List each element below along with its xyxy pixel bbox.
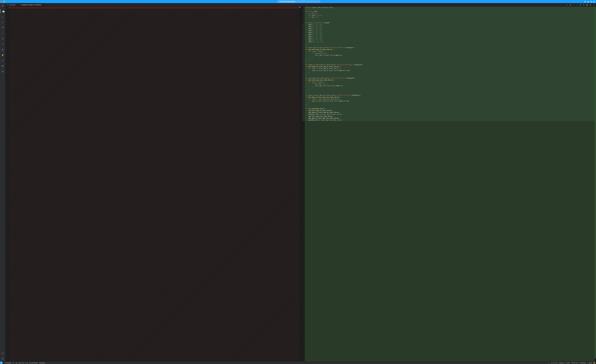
line-number: 50+ <box>301 100 304 102</box>
code-line: val users_age_less_than_thirty: MutableL… <box>305 77 595 79</box>
line-number: 7+ <box>301 18 304 20</box>
split-icon[interactable]: ◫ <box>589 4 591 6</box>
run-debug-icon[interactable]: ▷ <box>1 21 4 24</box>
liveshare-label: Live Share <box>31 362 37 364</box>
left-code[interactable] <box>9 7 299 361</box>
panel-bottom-icon[interactable]: ⬓ <box>587 1 589 2</box>
prettier-icon: ◇ <box>548 362 549 364</box>
line-number: 24+ <box>301 51 304 52</box>
problems-indicator[interactable]: ⊘0 ⚠0 <box>19 362 24 364</box>
whitespace-icon[interactable]: ¶ <box>583 4 585 6</box>
project-icon[interactable]: ⎙ <box>1 59 4 62</box>
python-icon[interactable]: ⊞ <box>1 48 4 51</box>
error-icon: ⊘ <box>19 362 20 364</box>
code-line: } <box>305 58 595 60</box>
line-number: 30+ <box>301 62 304 64</box>
nav-back-button[interactable]: ← <box>271 0 274 3</box>
git-branch-icon: ⎇ <box>4 362 6 364</box>
minimize-window-button[interactable] <box>3 1 5 2</box>
line-number: 10+ <box>301 24 304 26</box>
extensions-icon[interactable]: ⊞ <box>1 70 4 73</box>
line-number: 36+ <box>301 74 304 75</box>
remote-indicator[interactable]: ⇲ <box>0 362 2 364</box>
tab-git-graph[interactable]: ⎇ Git Graph <box>5 3 17 7</box>
spell-button[interactable]: ✓Spell <box>587 362 592 364</box>
run-icon[interactable]: ▷ <box>566 4 568 6</box>
source-control-icon[interactable]: ⎇ 67 <box>1 9 4 13</box>
explorer-icon[interactable]: 🗎 <box>1 4 4 7</box>
arrow-up-icon[interactable]: ↑ <box>573 4 575 6</box>
code-line: val users_age_at_least_thirty: MutableLi… <box>305 47 595 49</box>
inline-view-icon[interactable]: ▤ <box>586 4 588 6</box>
panel-left-icon[interactable]: ◧ <box>584 1 586 2</box>
branch-name: develop* <box>6 362 11 364</box>
ports-indicator[interactable]: ⚷0 <box>25 362 28 364</box>
arrow-down-icon[interactable]: ↓ <box>576 4 578 6</box>
right-scrollbar[interactable] <box>595 7 596 361</box>
ports-count: 0 <box>27 362 28 364</box>
line-number: 16+ <box>301 35 304 37</box>
editor-area: ⎇ Git Graph K example.kt (Added in 2a2e5… <box>5 3 596 361</box>
line-number: 44+ <box>301 89 304 91</box>
nav-forward-button[interactable]: → <box>274 0 276 3</box>
scm-badge: 67 <box>3 11 5 12</box>
close-window-button[interactable] <box>1 1 2 2</box>
code-line: get_users_age_less_than_thirty() <box>305 115 595 117</box>
swap-icon[interactable]: ⇅ <box>579 4 581 6</box>
close-icon[interactable]: × <box>42 4 43 6</box>
timeline-icon[interactable]: ◷ <box>1 37 4 40</box>
zoom-window-button[interactable] <box>6 1 7 2</box>
prettier-indicator[interactable]: ◇ <box>548 362 549 364</box>
language-label: Kotlin <box>566 362 570 364</box>
line-number: 33+ <box>301 68 304 70</box>
thunder-icon[interactable]: ⚡ <box>1 53 4 57</box>
golive-label: Go Live <box>573 362 578 364</box>
panel-right-icon[interactable]: ◨ <box>590 1 592 2</box>
code-line: get_names_of_users_age_at_least_thirty() <box>305 111 595 113</box>
cloud-button[interactable]: ☁ <box>16 362 17 364</box>
cursor-position[interactable]: Ln 1, Col 1 <box>551 362 557 364</box>
nav-history: ← → <box>271 0 276 3</box>
tab-example-kt[interactable]: K example.kt (Added in 2a2e532f) × <box>17 3 45 7</box>
left-scrollbar[interactable] <box>299 7 301 361</box>
layout-customize-icon[interactable]: ▦ <box>593 1 595 2</box>
branch-indicator[interactable]: ⎇develop* <box>4 362 11 364</box>
command-center[interactable]: ⌕ functional-programming <box>277 0 320 3</box>
line-number: 40+ <box>301 81 304 83</box>
quokka-label: Quokka <box>581 362 586 364</box>
text-caret <box>9 7 10 8</box>
remote-icon[interactable]: ◌ <box>1 31 4 35</box>
test-icon[interactable]: ⚗ <box>1 26 4 29</box>
docker-icon[interactable]: ◓ <box>1 64 4 68</box>
sync-button[interactable]: ⟳ <box>13 362 14 364</box>
code-line: } <box>305 87 595 89</box>
notifications-button[interactable]: 🔔 <box>593 362 595 364</box>
more-icon[interactable]: ⋯ <box>593 4 595 6</box>
share-icon[interactable]: ↗ <box>1 42 4 46</box>
code-line: User(8, "MP", 44), <box>305 37 595 39</box>
activity-bar: 🗎 ⎇ 67 ⌕ ▷ ⚗ ◌ ◷ ↗ ⊞ ⚡ ⎙ ◓ ⊞ ◯ ⚙ <box>0 3 5 361</box>
liveshare-button[interactable]: ◯Live Share <box>29 362 37 364</box>
ln-col-label: Ln 1, Col 1 <box>551 362 557 364</box>
line-number: 13+ <box>301 30 304 31</box>
language-mode[interactable]: Kotlin <box>566 362 570 364</box>
code-line: data class User( <box>305 10 595 12</box>
line-number: 2+ <box>301 8 304 10</box>
line-number: 57+ <box>301 113 304 115</box>
golive-button[interactable]: ⦿Go Live <box>572 362 578 364</box>
quokka-button[interactable]: ⊙Quokka <box>580 362 586 364</box>
search-activity-icon[interactable]: ⌕ <box>1 15 4 18</box>
gitgraph-button[interactable]: Git Graph <box>39 362 45 364</box>
code-line: if (user.age < 30) { <box>305 83 595 85</box>
indentation[interactable]: Spaces: 4 <box>559 362 565 364</box>
line-number: 58+ <box>301 115 304 117</box>
code-line: names_of_users_age_at_least_thirty.add(u… <box>305 70 595 72</box>
right-code[interactable]: package higher_order_function_finaldata … <box>305 7 595 361</box>
accounts-icon[interactable]: ◯ <box>1 352 4 355</box>
open-file-icon[interactable]: ⧉ <box>569 4 571 6</box>
settings-gear-icon[interactable]: ⚙ <box>1 357 4 360</box>
line-number: 1 <box>5 7 8 8</box>
line-number: 49+ <box>301 98 304 100</box>
code-line: User(7, "JI", 24), <box>305 35 595 37</box>
line-number: 20+ <box>301 43 304 45</box>
